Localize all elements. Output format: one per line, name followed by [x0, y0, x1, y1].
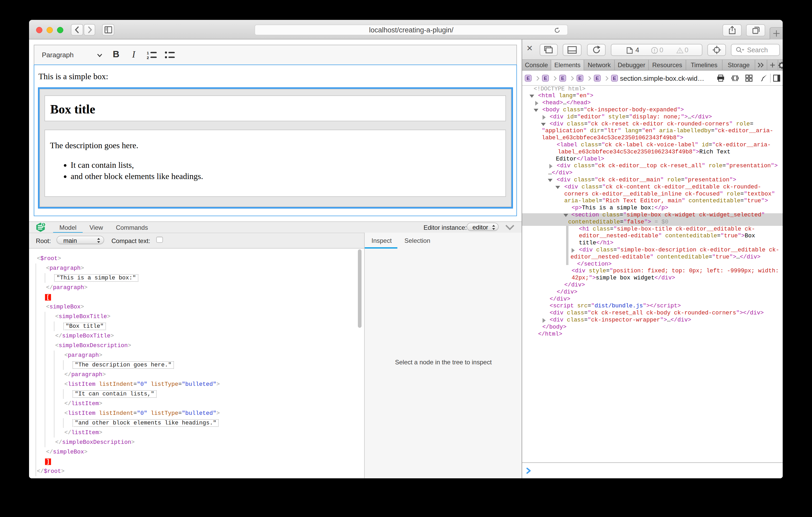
svg-text:5: 5	[42, 223, 44, 226]
svg-text:2: 2	[147, 55, 149, 60]
svg-text:1: 1	[147, 51, 149, 55]
